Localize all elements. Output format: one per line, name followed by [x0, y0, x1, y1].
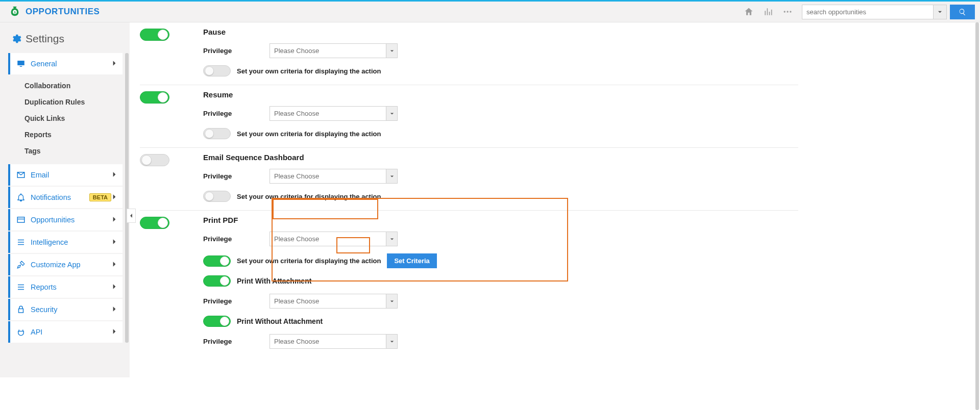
sidebar-item-customize-app[interactable]: Customize App: [8, 254, 122, 275]
select-value: Please Choose: [274, 338, 319, 345]
sidebar-item-label: Intelligence: [31, 238, 111, 246]
sub-action-title: Print Without Attachment: [237, 317, 323, 325]
sidebar-item-label: Email: [31, 171, 111, 179]
privilege-line: Privilege Please Choose: [203, 106, 798, 121]
svg-rect-5: [17, 217, 24, 223]
chevron-right-icon: [111, 216, 117, 224]
sidebar-sub-quick-links[interactable]: Quick Links: [8, 110, 122, 126]
main-content: Pause Privilege Please Choose Set your o…: [130, 22, 980, 377]
privilege-select[interactable]: Please Choose: [270, 232, 398, 246]
sidebar-sub-duplication-rules[interactable]: Duplication Rules: [8, 94, 122, 110]
toggle-print-without-attachment[interactable]: [203, 316, 231, 327]
search-button[interactable]: [950, 5, 975, 19]
sidebar-item-label: Reports: [31, 283, 111, 291]
action-title: Print PDF: [203, 216, 798, 224]
chevron-down-icon: [386, 232, 397, 246]
privilege-label: Privilege: [203, 338, 270, 345]
privilege-select[interactable]: Please Choose: [270, 294, 398, 309]
action-row-resume: Resume Privilege Please Choose Set your …: [140, 85, 798, 148]
sidebar-item-security[interactable]: Security: [8, 299, 122, 320]
action-row-printpdf: Print PDF Privilege Please Choose Set yo…: [140, 211, 798, 357]
criteria-line: Set your own criteria for displaying the…: [203, 128, 798, 139]
more-icon[interactable]: [782, 7, 793, 17]
select-value: Please Choose: [274, 110, 319, 117]
sidebar-item-reports[interactable]: Reports: [8, 276, 122, 298]
sidebar-item-email[interactable]: Email: [8, 164, 122, 186]
bell-icon: [16, 193, 26, 202]
toggle-pause[interactable]: [140, 29, 169, 41]
chart-icon[interactable]: [763, 7, 773, 17]
chevron-down-icon: [386, 44, 397, 58]
list-icon: [16, 283, 26, 292]
money-bag-icon: $: [9, 6, 20, 18]
chevron-right-icon: [111, 239, 117, 246]
lock-icon: [16, 305, 26, 314]
toggle-printpdf[interactable]: [140, 217, 169, 229]
sidebar-item-opportunities[interactable]: Opportunities: [8, 209, 122, 230]
sub-action-title: Print With Attachment: [237, 277, 311, 285]
sidebar-item-general[interactable]: General: [8, 53, 122, 74]
privilege-line: Privilege Please Choose: [203, 43, 798, 58]
sidebar-sections: General Collaboration Duplication Rules …: [8, 53, 122, 343]
chevron-down-icon: [386, 169, 397, 183]
privilege-label: Privilege: [203, 235, 270, 243]
sidebar-item-label: General: [31, 60, 111, 68]
privilege-select[interactable]: Please Choose: [270, 334, 398, 349]
chevron-down-icon: [386, 294, 397, 308]
criteria-label: Set your own criteria for displaying the…: [237, 67, 381, 75]
privilege-select[interactable]: Please Choose: [270, 169, 398, 184]
set-criteria-button[interactable]: Set Criteria: [387, 253, 436, 268]
sidebar-collapse-handle[interactable]: [127, 209, 136, 223]
toggle-print-with-attachment[interactable]: [203, 275, 231, 287]
grid-icon: [16, 215, 26, 224]
select-value: Please Choose: [274, 172, 319, 180]
monitor-icon: [16, 59, 26, 68]
privilege-select[interactable]: Please Choose: [270, 106, 398, 121]
page-scrollbar[interactable]: [975, 22, 979, 377]
privilege-select[interactable]: Please Choose: [270, 43, 398, 58]
svg-point-3: [787, 11, 788, 12]
search-input[interactable]: [802, 5, 934, 19]
action-title: Email Sequence Dashboard: [203, 153, 798, 162]
list-icon: [16, 238, 26, 247]
sidebar-item-intelligence[interactable]: Intelligence: [8, 232, 122, 253]
toggle-criteria-pause[interactable]: [203, 65, 231, 76]
toggle-criteria-esd[interactable]: [203, 191, 231, 202]
sub-action-print-with-attachment: Print With Attachment: [203, 275, 798, 287]
toggle-esd[interactable]: [140, 154, 169, 166]
sidebar-item-api[interactable]: API: [8, 321, 122, 343]
sidebar-sub-collaboration[interactable]: Collaboration: [8, 78, 122, 94]
topbar-right: [744, 5, 975, 19]
sidebar: Settings General Collaboration Duplicati…: [0, 22, 130, 377]
sidebar-sub-tags[interactable]: Tags: [8, 143, 122, 159]
sidebar-item-notifications[interactable]: Notifications BETA: [8, 187, 122, 208]
sidebar-subitems-general: Collaboration Duplication Rules Quick Li…: [8, 75, 122, 164]
sidebar-item-label: Notifications: [31, 193, 86, 201]
module-title: OPPORTUNITIES: [26, 7, 100, 17]
chevron-down-icon: [386, 335, 397, 348]
home-icon[interactable]: [744, 7, 754, 17]
search-wrap: [802, 5, 975, 19]
select-value: Please Choose: [274, 297, 319, 305]
search-dropdown-toggle[interactable]: [934, 5, 947, 19]
sidebar-sub-reports[interactable]: Reports: [8, 126, 122, 143]
privilege-line: Privilege Please Choose: [203, 334, 798, 349]
toggle-criteria-printpdf[interactable]: [203, 255, 231, 267]
svg-point-4: [790, 11, 791, 12]
toggle-resume[interactable]: [140, 91, 169, 104]
topbar-left: $ OPPORTUNITIES: [9, 6, 100, 18]
settings-heading: Settings: [10, 33, 122, 45]
criteria-label: Set your own criteria for displaying the…: [237, 193, 381, 200]
action-row-esd: Email Sequence Dashboard Privilege Pleas…: [140, 148, 798, 211]
privilege-line: Privilege Please Choose: [203, 232, 798, 246]
chevron-right-icon: [111, 60, 117, 68]
main-inner: Pause Privilege Please Choose Set your o…: [140, 22, 798, 357]
mail-icon: [16, 170, 26, 180]
toggle-criteria-resume[interactable]: [203, 128, 231, 139]
sidebar-item-label: API: [31, 328, 111, 336]
criteria-label: Set your own criteria for displaying the…: [237, 257, 381, 265]
privilege-line: Privilege Please Choose: [203, 294, 798, 309]
chevron-down-icon: [386, 107, 397, 120]
layout: Settings General Collaboration Duplicati…: [0, 22, 980, 377]
tools-icon: [16, 260, 26, 269]
